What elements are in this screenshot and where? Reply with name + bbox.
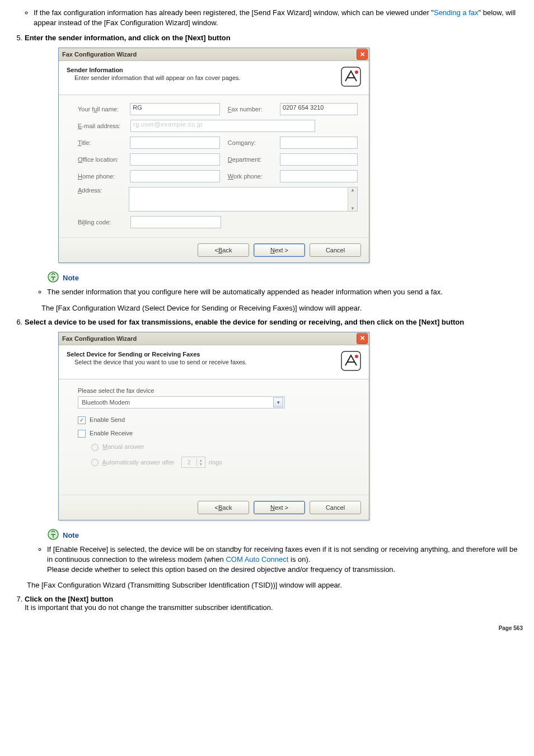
svg-point-4 xyxy=(355,355,358,358)
close-icon[interactable]: ✕ xyxy=(357,49,368,60)
work-input[interactable] xyxy=(280,170,358,182)
step7-heading: Click on the [Next] button xyxy=(25,595,113,603)
wizard-header: Select Device for Sending or Receiving F… xyxy=(59,345,369,379)
back-button[interactable]: < Back xyxy=(198,243,249,257)
button-row: < Back Next > Cancel xyxy=(59,237,369,262)
company-label: Company: xyxy=(228,139,280,146)
sending-fax-link[interactable]: Sending a fax xyxy=(434,8,479,17)
next-button[interactable]: Next > xyxy=(254,243,305,257)
manual-label: Manual answer xyxy=(102,443,144,450)
sender-info-dialog: Fax Configuration Wizard ✕ Sender Inform… xyxy=(58,48,369,263)
step5-after-text: The [Fax Configuration Wizard (Select De… xyxy=(41,303,523,313)
enable-receive-label: Enable Receive xyxy=(90,430,133,436)
company-input[interactable] xyxy=(280,137,358,149)
email-input[interactable]: rg.user@example.co.jp xyxy=(130,120,315,132)
manual-answer-row: Manual answer xyxy=(91,443,358,451)
department-input[interactable] xyxy=(280,153,358,166)
wizard-head-title: Sender Information xyxy=(67,67,361,73)
enable-send-label: Enable Send xyxy=(90,416,125,423)
note-row: Note xyxy=(47,528,523,542)
cancel-button[interactable]: Cancel xyxy=(310,243,361,257)
chevron-down-icon[interactable]: ▾ xyxy=(273,397,283,407)
work-label: Work phone: xyxy=(228,173,280,180)
note6-b: is on). xyxy=(288,555,310,564)
dialog-title: Fax Configuration Wizard xyxy=(62,335,137,342)
cancel-button[interactable]: Cancel xyxy=(310,501,361,514)
faxnumber-label: Fax number: xyxy=(228,106,280,112)
intro-bullet: If the fax configuration information has… xyxy=(34,8,523,28)
wizard-head-sub: Select the device that you want to use t… xyxy=(67,359,361,365)
billing-input[interactable] xyxy=(130,216,221,228)
page-footer: Page 563 xyxy=(11,625,523,631)
step6-heading: Select a device to be used for fax trans… xyxy=(25,318,464,326)
step7-line: It is important that you do not change t… xyxy=(25,603,273,612)
office-label: Office location: xyxy=(78,156,130,163)
wizard-body: Please select the fax device Bluetooth M… xyxy=(59,379,369,495)
enable-receive-checkbox[interactable] xyxy=(78,430,86,438)
back-button[interactable]: < Back xyxy=(198,501,249,514)
rings-spinner: 2 ▲▼ xyxy=(181,457,205,468)
address-label: Address: xyxy=(78,187,129,194)
fax-icon xyxy=(340,350,362,372)
titlebar: Fax Configuration Wizard ✕ xyxy=(59,48,369,61)
manual-radio xyxy=(91,444,99,451)
select-label: Please select the fax device xyxy=(78,387,358,394)
rings-label: rings xyxy=(209,459,222,466)
auto-answer-row: Automatically answer after 2 ▲▼ rings xyxy=(91,457,358,468)
note-icon xyxy=(47,271,59,285)
rings-value: 2 xyxy=(182,459,196,466)
auto-radio xyxy=(91,459,99,466)
faxnumber-input[interactable]: 0207 654 3210 xyxy=(280,103,358,115)
department-label: Department: xyxy=(228,156,280,163)
email-label: E-mail address: xyxy=(78,123,130,129)
select-device-dialog: Fax Configuration Wizard ✕ Select Device… xyxy=(58,332,369,520)
close-icon[interactable]: ✕ xyxy=(357,333,368,344)
note6-line2: Please decide whether to select this opt… xyxy=(47,565,395,574)
billing-label: Billing code: xyxy=(78,219,130,226)
fullname-label: Your full name: xyxy=(78,106,130,112)
wizard-header: Sender Information Enter sender informat… xyxy=(59,61,369,95)
step6-after-text: The [Fax Configuration Wizard (Transmitt… xyxy=(27,580,523,590)
title-input[interactable] xyxy=(130,137,220,149)
address-input[interactable]: ▲▼ xyxy=(129,187,358,212)
office-input[interactable] xyxy=(130,153,220,166)
spinner-arrows-icon: ▲▼ xyxy=(196,458,205,466)
home-label: Home phone: xyxy=(78,173,130,180)
next-button[interactable]: Next > xyxy=(254,501,305,514)
note-label: Note xyxy=(63,274,79,282)
auto-label: Automatically answer after xyxy=(102,459,174,466)
enable-receive-row[interactable]: Enable Receive xyxy=(78,430,358,438)
step5-heading: Enter the sender information, and click … xyxy=(25,34,231,42)
wizard-head-title: Select Device for Sending or Receiving F… xyxy=(67,351,361,358)
home-input[interactable] xyxy=(130,170,220,182)
dialog-title: Fax Configuration Wizard xyxy=(62,51,137,58)
note-row: Note xyxy=(47,271,523,285)
note-label: Note xyxy=(63,531,79,539)
select-value: Bluetooth Modem xyxy=(82,399,130,406)
enable-send-row[interactable]: ✓ Enable Send xyxy=(78,416,358,424)
wizard-body: Your full name: RG Fax number: 0207 654 … xyxy=(59,95,369,237)
com-auto-connect-link[interactable]: COM Auto Connect xyxy=(226,555,288,564)
title-label: Title: xyxy=(78,139,130,146)
fullname-input[interactable]: RG xyxy=(130,103,220,115)
fax-device-select[interactable]: Bluetooth Modem ▾ xyxy=(78,396,285,408)
enable-send-checkbox[interactable]: ✓ xyxy=(78,416,86,424)
wizard-head-sub: Enter sender information that will appea… xyxy=(67,74,361,81)
button-row: < Back Next > Cancel xyxy=(59,495,369,520)
scrollbar[interactable]: ▲▼ xyxy=(348,187,357,211)
svg-point-1 xyxy=(355,71,358,74)
step6-note-bullet: If [Enable Receive] is selected, the dev… xyxy=(47,544,523,575)
step5-note-bullet: The sender information that you configur… xyxy=(47,287,523,297)
note-icon xyxy=(47,528,59,542)
intro-text-a: If the fax configuration information has… xyxy=(34,8,434,17)
fax-icon xyxy=(340,65,362,88)
titlebar: Fax Configuration Wizard ✕ xyxy=(59,332,369,345)
